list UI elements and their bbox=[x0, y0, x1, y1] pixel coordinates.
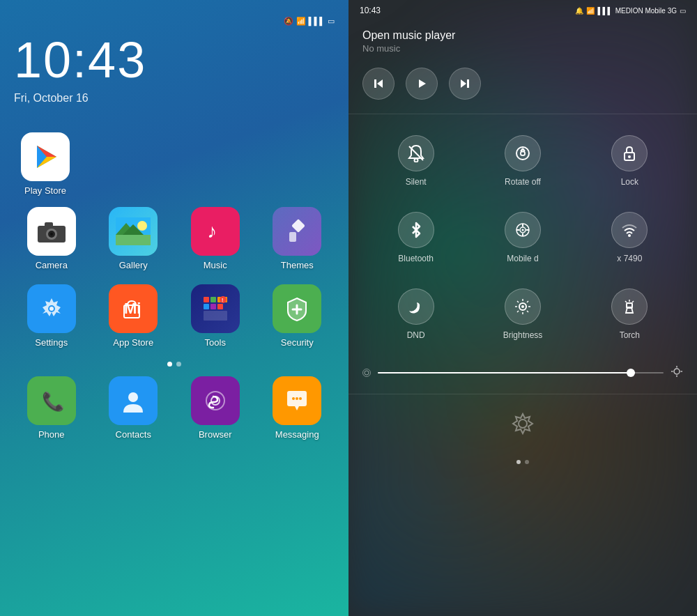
app-appstore[interactable]: Mi App Store bbox=[96, 284, 171, 348]
app-camera-label: Camera bbox=[36, 260, 68, 270]
brightness-slider[interactable] bbox=[378, 372, 664, 374]
svg-point-75 bbox=[365, 371, 369, 375]
prev-icon bbox=[373, 78, 384, 89]
wifi-label: x 7490 bbox=[617, 254, 642, 263]
mute-icon: 🔕 bbox=[284, 17, 293, 26]
silent-icon-circle bbox=[398, 135, 434, 171]
next-button[interactable] bbox=[449, 68, 481, 100]
app-security[interactable]: Security bbox=[260, 284, 335, 348]
svg-rect-28 bbox=[217, 304, 223, 309]
wifi-icon-right: 📶 bbox=[586, 7, 595, 15]
brightness-min-icon bbox=[362, 369, 371, 377]
settings-gear-icon[interactable] bbox=[507, 408, 538, 439]
mobile-label: Mobile d bbox=[507, 254, 538, 263]
settings-icon bbox=[38, 295, 65, 322]
page-dots bbox=[14, 355, 335, 374]
wifi-icon-left: 📶 bbox=[296, 17, 306, 26]
dnd-label: DND bbox=[407, 330, 425, 340]
qs-lock[interactable]: Lock bbox=[576, 128, 683, 194]
app-messaging-label: Messaging bbox=[275, 429, 319, 440]
status-bar-left: 🔕 📶 ▌▌▌ ▭ bbox=[14, 14, 335, 28]
browser-icon bbox=[202, 387, 229, 414]
app-browser[interactable]: Browser bbox=[178, 376, 253, 440]
app-tools[interactable]: ! Tools bbox=[178, 284, 253, 348]
bluetooth-icon bbox=[407, 221, 425, 239]
svg-rect-17 bbox=[289, 232, 296, 242]
svg-point-20 bbox=[49, 307, 54, 311]
svg-rect-42 bbox=[374, 79, 376, 88]
app-browser-label: Browser bbox=[199, 429, 232, 440]
brightness-icon-circle bbox=[505, 288, 541, 325]
rotate-icon-circle bbox=[505, 135, 541, 171]
security-icon bbox=[284, 295, 310, 322]
next-icon bbox=[459, 78, 470, 89]
svg-text:!: ! bbox=[222, 298, 223, 302]
svg-point-52 bbox=[628, 155, 631, 158]
svg-point-11 bbox=[137, 221, 147, 231]
app-tools-label: Tools bbox=[205, 337, 226, 348]
qs-brightness[interactable]: Brightness bbox=[469, 282, 576, 347]
bluetooth-label: Bluetooth bbox=[398, 254, 434, 263]
brightness-thumb[interactable] bbox=[627, 369, 635, 377]
bluetooth-icon-circle bbox=[398, 212, 434, 248]
app-phone[interactable]: 📞 Phone bbox=[14, 376, 89, 440]
quick-settings-row2: Bluetooth Mobile d bbox=[348, 205, 697, 282]
qs-rotate[interactable]: Rotate off bbox=[469, 128, 576, 194]
qs-mobile[interactable]: Mobile d bbox=[469, 205, 576, 270]
svg-marker-41 bbox=[377, 79, 383, 88]
brightness-label: Brightness bbox=[503, 330, 543, 340]
themes-icon bbox=[284, 218, 310, 245]
lock-icon bbox=[620, 144, 638, 162]
qs-bluetooth[interactable]: Bluetooth bbox=[362, 205, 469, 270]
svg-text:📞: 📞 bbox=[42, 390, 64, 413]
svg-line-73 bbox=[625, 301, 627, 302]
app-settings[interactable]: Settings bbox=[14, 284, 89, 348]
svg-point-46 bbox=[414, 159, 418, 162]
svg-point-76 bbox=[674, 369, 680, 374]
battery-icon-left: ▭ bbox=[328, 17, 335, 26]
status-bar-right: 10:43 🔔 📶 ▌▌▌ MEDION Mobile 3G ▭ bbox=[348, 0, 697, 21]
app-play-store-label: Play Store bbox=[24, 185, 66, 196]
prev-button[interactable] bbox=[362, 68, 395, 100]
status-right-icons: 🔔 📶 ▌▌▌ MEDION Mobile 3G ▭ bbox=[575, 7, 686, 15]
music-player-title: Open music player bbox=[362, 29, 683, 42]
torch-label: Torch bbox=[620, 330, 640, 340]
silent-icon bbox=[407, 144, 425, 162]
app-music[interactable]: ♪ Music bbox=[178, 207, 253, 270]
status-icons-left: 🔕 📶 ▌▌▌ ▭ bbox=[284, 17, 335, 26]
play-button[interactable] bbox=[406, 68, 438, 100]
player-controls bbox=[348, 56, 697, 111]
music-player-subtitle: No music bbox=[362, 43, 683, 54]
gear-icon bbox=[510, 411, 535, 436]
lock-icon-circle bbox=[611, 135, 648, 171]
app-contacts[interactable]: Contacts bbox=[96, 376, 171, 440]
brightness-fill bbox=[378, 372, 635, 374]
app-themes[interactable]: Themes bbox=[260, 207, 335, 270]
network-label: MEDION Mobile 3G bbox=[615, 7, 677, 15]
qs-dnd[interactable]: DND bbox=[362, 282, 469, 347]
app-camera[interactable]: Camera bbox=[14, 207, 89, 270]
lock-label: Lock bbox=[621, 177, 638, 187]
brightness-slider-row bbox=[348, 358, 697, 394]
qs-wifi[interactable]: x 7490 bbox=[576, 205, 683, 270]
svg-point-39 bbox=[296, 397, 298, 400]
app-music-label: Music bbox=[204, 260, 227, 270]
svg-rect-45 bbox=[467, 79, 469, 88]
qs-silent[interactable]: Silent bbox=[362, 128, 469, 194]
svg-rect-23 bbox=[204, 297, 209, 302]
app-phone-label: Phone bbox=[38, 429, 65, 440]
signal-icon-right: ▌▌▌ bbox=[597, 7, 612, 15]
app-messaging[interactable]: Messaging bbox=[260, 376, 335, 440]
svg-point-38 bbox=[292, 397, 295, 400]
svg-point-60 bbox=[628, 234, 631, 237]
dnd-icon bbox=[407, 298, 425, 316]
app-gallery[interactable]: Gallery bbox=[96, 207, 171, 270]
qs-torch[interactable]: Torch bbox=[576, 282, 683, 347]
silent-label: Silent bbox=[406, 177, 427, 187]
bottom-dot-1 bbox=[516, 460, 521, 464]
svg-rect-29 bbox=[204, 311, 227, 321]
svg-line-67 bbox=[517, 301, 519, 302]
wifi-qs-icon bbox=[620, 221, 638, 239]
app-play-store[interactable]: Play Store bbox=[21, 132, 70, 196]
svg-marker-43 bbox=[419, 79, 426, 88]
